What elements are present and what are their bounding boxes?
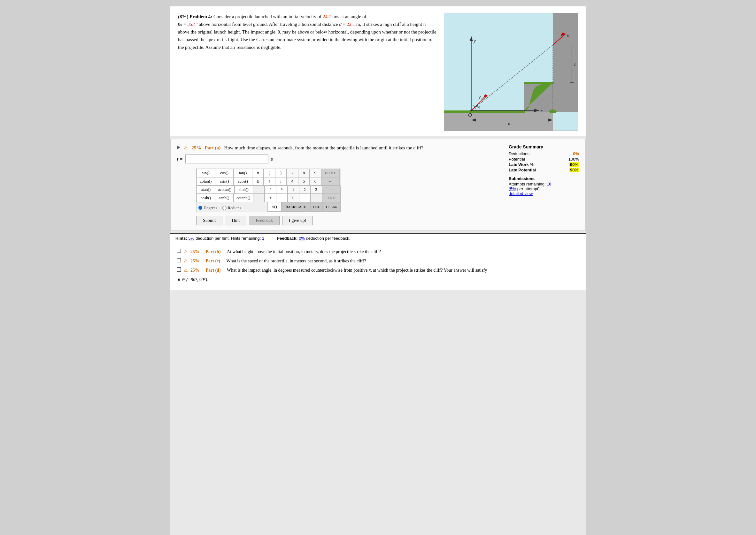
action-buttons: Submit Hint Feedback I give up! (196, 216, 503, 225)
calc-backspace-arrow[interactable]: ← (321, 177, 340, 185)
calc-acos[interactable]: acos() (233, 177, 252, 185)
calc-cos[interactable]: cos() (215, 169, 233, 177)
special-buttons-row: √() BACKSPACE DEL CLEAR (267, 202, 341, 211)
v0-value: 24.7 (323, 14, 331, 19)
part-a-label: Part (a) (205, 145, 221, 150)
calc-right-arrow[interactable]: → (322, 185, 341, 194)
calc-cotan[interactable]: cotan() (197, 177, 215, 185)
calc-up[interactable]: ↑ (264, 177, 275, 185)
svg-text:v: v (479, 95, 481, 99)
calc-dot[interactable]: . (299, 194, 311, 202)
calc-home[interactable]: HOME (321, 169, 340, 177)
hint-button[interactable]: Hint (225, 216, 246, 225)
calc-multiply[interactable]: * (276, 185, 287, 194)
feedback-info: Feedback: 0% deduction per feedback. (277, 236, 350, 241)
calc-tanh[interactable]: tanh() (215, 194, 233, 202)
svg-text:0: 0 (481, 97, 482, 100)
part-b-label: Part (b) (206, 248, 221, 256)
svg-text:θ: θ (567, 33, 569, 38)
calc-row-4: cosh() tanh() cotanh() + - 0 . END (197, 194, 341, 202)
calc-5[interactable]: 5 (298, 177, 310, 185)
calc-minus[interactable]: - (276, 194, 287, 202)
calc-plus[interactable]: + (264, 194, 276, 202)
part-c-question: What is the speed of the projectile, in … (226, 257, 366, 265)
theta-label: θ₀ = (178, 22, 187, 27)
calc-openparen[interactable]: ( (264, 169, 275, 177)
calc-sinh[interactable]: sinh() (234, 185, 253, 194)
radians-label[interactable]: Radians (223, 205, 241, 211)
grade-summary-title: Grade Summary (509, 144, 579, 149)
detailed-view-link[interactable]: detailed view (509, 191, 533, 196)
submissions-title: Submissions (509, 176, 579, 181)
answer-input[interactable] (185, 155, 268, 163)
submit-button[interactable]: Submit (196, 216, 223, 225)
part-d-label: Part (d) (206, 266, 221, 274)
calc-cotanh[interactable]: cotanh() (233, 194, 253, 202)
input-label: t = (177, 156, 183, 162)
calc-clear[interactable]: CLEAR (323, 202, 341, 211)
hints-bar: Hints: 5% deduction per hint. Hints rema… (170, 233, 586, 242)
part-d-question: What is the impact angle, in degrees mea… (227, 266, 487, 274)
radians-text: Radians (228, 205, 241, 211)
calc-6[interactable]: 6 (310, 177, 321, 185)
potential-label: Potential (509, 157, 525, 161)
hints-percent[interactable]: 5% (188, 236, 194, 241)
problem-desc1: Consider a projectile launched with an i… (213, 14, 323, 19)
calc-4[interactable]: 4 (287, 177, 298, 185)
calc-closeparen[interactable]: ) (275, 169, 287, 177)
calc-acotan[interactable]: acotan() (215, 185, 234, 194)
calc-del[interactable]: DEL (310, 202, 323, 211)
hints-suffix: deduction per hint. Hints remaining: (196, 236, 261, 241)
calc-grid: sin() cos() tan() π ( ) 7 8 9 HOME cotan… (196, 169, 341, 212)
part-a-main: ⚠ 25% Part (a) How much time elapses, in… (177, 144, 503, 225)
calc-cosh[interactable]: cosh() (197, 194, 215, 202)
degrees-label[interactable]: Degrees (198, 205, 217, 211)
calc-sin[interactable]: sin() (197, 169, 215, 177)
calc-8[interactable]: 8 (298, 169, 310, 177)
calc-atan[interactable]: atan() (197, 185, 215, 194)
calc-9[interactable]: 9 (310, 169, 321, 177)
latepotential-value: 90% (569, 168, 579, 172)
calc-tan[interactable]: tan() (233, 169, 252, 177)
calc-empty1 (253, 185, 264, 194)
svg-text:θ: θ (476, 103, 478, 108)
part-d-suffix-line: θ ∈ (−90°, 90°). (177, 276, 579, 284)
calc-pi[interactable]: π (252, 169, 264, 177)
calc-0[interactable]: 0 (287, 194, 299, 202)
hints-remaining[interactable]: 1 (262, 236, 264, 241)
calc-divide[interactable]: / (264, 185, 276, 194)
problem-desc2: m/s at an angle of (331, 14, 366, 19)
part-b-line: ⚠ 25% Part (b) At what height above the … (177, 248, 579, 256)
calc-row-1: sin() cos() tan() π ( ) 7 8 9 HOME (197, 169, 341, 177)
calc-end[interactable]: END (322, 194, 341, 202)
calc-backspace[interactable]: BACKSPACE (282, 202, 310, 211)
calc-sqrt[interactable]: √() (267, 202, 282, 211)
giveup-button[interactable]: I give up! (282, 216, 313, 225)
detailed-view-row[interactable]: detailed view (509, 191, 579, 196)
calc-2[interactable]: 2 (299, 185, 311, 194)
calc-e[interactable]: E (252, 177, 264, 185)
problem-label: Problem 4: (190, 14, 212, 19)
calc-7[interactable]: 7 (287, 169, 298, 177)
calc-1[interactable]: 1 (287, 185, 299, 194)
feedback-prefix: Feedback: (277, 236, 297, 241)
part-c-warn-icon: ⚠ (184, 257, 188, 265)
per-attempt-text: per attempt) (517, 186, 540, 191)
part-b-square-icon (177, 249, 181, 253)
other-parts: ⚠ 25% Part (b) At what height above the … (170, 242, 586, 290)
radians-radio[interactable] (223, 206, 227, 210)
grade-potential-row: Potential 100% (509, 157, 579, 161)
per-attempt-row: (5% per attempt) (509, 186, 579, 191)
calc-down[interactable]: ↓ (275, 177, 287, 185)
svg-text:h: h (574, 62, 576, 67)
calc-3[interactable]: 3 (311, 185, 322, 194)
calc-asin[interactable]: asin() (215, 177, 233, 185)
feedback-percent: 0% (299, 236, 305, 241)
submissions-section: Submissions Attempts remaining: 10 (5% p… (509, 176, 579, 196)
part-c-line: ⚠ 25% Part (c) What is the speed of the … (177, 257, 579, 265)
feedback-button[interactable]: Feedback (249, 216, 280, 225)
part-b-percent: 25% (191, 248, 199, 256)
part-c-label: Part (c) (206, 257, 220, 265)
part-a-title: ⚠ 25% Part (a) How much time elapses, in… (177, 144, 503, 151)
attempts-label: Attempts remaining: (509, 182, 546, 186)
